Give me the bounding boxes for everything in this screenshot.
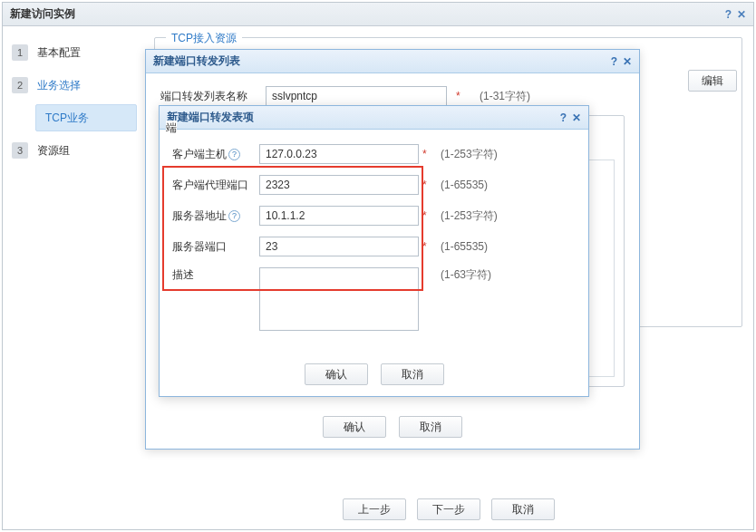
modal2-title: 新建端口转发表项 <box>167 110 254 125</box>
close-icon[interactable]: ✕ <box>737 8 746 21</box>
wizard-sidebar: 1 基本配置 2 业务选择 TCP业务 3 资源组 <box>3 26 143 529</box>
modal2-body: 客户端主机 ? * (1-253字符) 客户端代理端口 * (1-65535) … <box>160 130 588 396</box>
modal1-cancel-button[interactable]: 取消 <box>399 416 462 438</box>
close-icon[interactable]: ✕ <box>572 111 581 124</box>
client-port-input[interactable] <box>259 175 419 195</box>
server-addr-row: 服务器地址 ? * (1-253字符) <box>172 206 576 226</box>
list-name-input[interactable] <box>266 86 447 106</box>
help-icon[interactable]: ? <box>611 55 617 68</box>
desc-input[interactable] <box>259 267 419 331</box>
server-port-hint: (1-65535) <box>441 240 488 253</box>
client-host-input[interactable] <box>259 144 419 164</box>
step-sub-label: TCP业务 <box>45 111 89 126</box>
step-label: 基本配置 <box>37 45 81 61</box>
step-label: 业务选择 <box>37 78 81 93</box>
client-port-hint: (1-65535) <box>441 179 488 191</box>
next-button[interactable]: 下一步 <box>417 498 480 520</box>
client-port-label: 客户端代理端口 <box>172 178 259 193</box>
prev-button[interactable]: 上一步 <box>343 498 406 520</box>
modal1-title: 新建端口转发列表 <box>153 53 240 69</box>
modal2-cancel-button[interactable]: 取消 <box>381 363 444 385</box>
required-mark: * <box>422 209 430 222</box>
port-forward-entry-modal: 新建端口转发表项 ? ✕ 客户端主机 ? * (1-253字符) 客户端代理端口… <box>159 105 589 397</box>
list-name-hint: (1-31字符) <box>480 89 530 104</box>
client-host-hint: (1-253字符) <box>441 147 498 162</box>
desc-hint: (1-63字符) <box>441 267 491 283</box>
help-icon[interactable]: ? <box>560 111 567 124</box>
required-mark: * <box>422 148 430 160</box>
help-icon[interactable]: ? <box>228 210 240 222</box>
step-num-1: 1 <box>12 44 28 61</box>
label-text: 客户端主机 <box>172 147 227 162</box>
step-label: 资源组 <box>37 143 70 159</box>
step-service[interactable]: 2 业务选择 <box>8 72 137 99</box>
modal2-ok-button[interactable]: 确认 <box>305 363 368 385</box>
required-mark: * <box>422 240 430 253</box>
server-port-input[interactable] <box>259 237 419 256</box>
step-num-2: 2 <box>12 77 28 93</box>
client-host-label: 客户端主机 ? <box>172 147 259 162</box>
modal1-ok-button[interactable]: 确认 <box>323 416 386 438</box>
required-mark: * <box>422 179 430 191</box>
edit-button[interactable]: 编辑 <box>688 70 737 92</box>
wizard-footer: 上一步 下一步 取消 <box>143 498 753 520</box>
label-text: 客户端代理端口 <box>172 178 248 193</box>
required-mark: * <box>456 90 463 102</box>
client-host-row: 客户端主机 ? * (1-253字符) <box>172 144 576 164</box>
client-port-row: 客户端代理端口 * (1-65535) <box>172 175 576 195</box>
server-port-row: 服务器端口 * (1-65535) <box>172 237 576 256</box>
list-name-row: 端口转发列表名称 * (1-31字符) <box>160 86 625 106</box>
step-basic[interactable]: 1 基本配置 <box>8 39 137 66</box>
step-num-3: 3 <box>12 142 28 159</box>
modal2-footer: 确认 取消 <box>160 363 588 385</box>
main-dialog-title: 新建访问实例 <box>10 6 75 22</box>
desc-label: 描述 <box>172 267 259 283</box>
modal1-footer: 确认 取消 <box>146 416 639 438</box>
desc-row: 描述 (1-63字符) <box>172 267 576 331</box>
fieldset-legend: TCP接入资源 <box>166 31 242 46</box>
server-addr-hint: (1-253字符) <box>441 208 498 224</box>
label-text: 服务器端口 <box>172 239 227 255</box>
server-port-label: 服务器端口 <box>172 239 259 255</box>
sub-fieldset-legend: 端 <box>166 121 177 136</box>
help-icon[interactable]: ? <box>228 149 240 160</box>
list-name-label: 端口转发列表名称 <box>160 89 260 104</box>
cancel-button[interactable]: 取消 <box>491 498 555 520</box>
step-sub-tcp[interactable]: TCP业务 <box>35 104 137 131</box>
label-text: 描述 <box>172 267 194 283</box>
server-addr-input[interactable] <box>259 206 419 226</box>
label-text: 服务器地址 <box>172 208 227 224</box>
help-icon[interactable]: ? <box>725 8 732 21</box>
step-resource-group[interactable]: 3 资源组 <box>8 137 137 164</box>
main-dialog-header: 新建访问实例 ? ✕ <box>3 3 753 26</box>
server-addr-label: 服务器地址 ? <box>172 208 259 224</box>
modal1-header: 新建端口转发列表 ? ✕ <box>146 50 639 73</box>
modal2-header: 新建端口转发表项 ? ✕ <box>160 106 588 130</box>
close-icon[interactable]: ✕ <box>623 55 632 68</box>
